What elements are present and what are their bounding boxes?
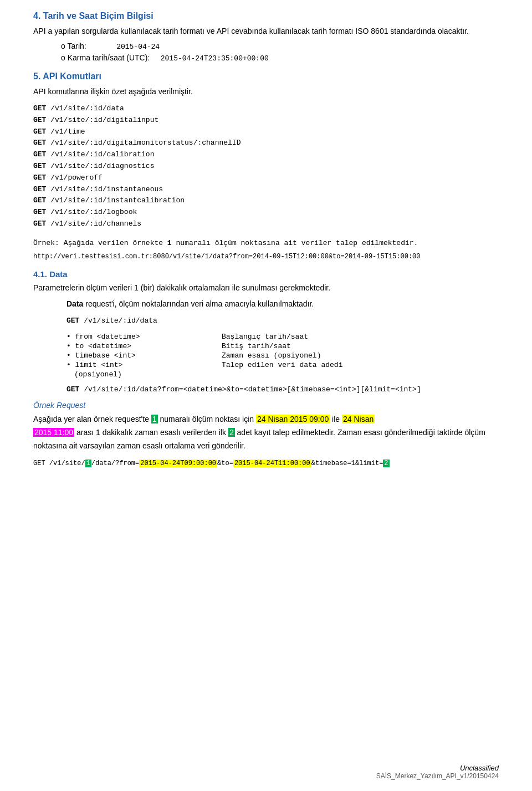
get-cmd-8: GET /v1/site/:id/instantaneous [33, 184, 499, 196]
ornek-request-text: Aşağıda yer alan örnek request'te 1 numa… [33, 413, 499, 452]
get-data-cmd: GET /v1/site/:id/data [66, 315, 499, 327]
example-label: Örnek: [33, 239, 59, 247]
section41-intro: Parametrelerin ölçüm verileri 1 (bir) da… [33, 282, 499, 294]
data-desc: Data request'i, ölçüm noktalarından veri… [66, 298, 499, 310]
section5-title: 5. API Komutları [33, 72, 499, 81]
example-section: Örnek: Aşağıda verilen örnekte 1 numaral… [33, 239, 499, 261]
param-row-limit: • limit <int> Talep edilen veri data ade… [66, 361, 499, 369]
example-text: Aşağıda verilen örnekte 1 numaralı ölçüm… [64, 239, 418, 247]
param-row-timebase: • timebase <int> Zaman esası (opsiyonel) [66, 351, 499, 360]
bottom-code-prefix: /v1/site/ [49, 460, 85, 467]
get-cmd-5: GET /v1/site/:id/calibration [33, 149, 499, 161]
get-cmd-11: GET /v1/site/:id/channels [33, 218, 499, 230]
bottom-code-to: 2015-04-24T11:00:00 [233, 460, 311, 467]
highlight-num2: 2 [228, 428, 235, 437]
bottom-code: GET /v1/site/1/data/?from=2015-04-24T09:… [33, 460, 499, 467]
ornek-request-section: Örnek Request Aşağıda yer alan örnek req… [33, 401, 499, 467]
bottom-code-to-label: &to= [217, 460, 233, 467]
karma-label: Karma tarih/saat (UTC): [68, 53, 150, 62]
param-row-opsiyonel: (opsiyonel) [66, 370, 499, 379]
get-commands-block: GET /v1/site/:id/data GET /v1/site/:id/d… [33, 103, 499, 230]
get-cmd-7: GET /v1/poweroff [33, 172, 499, 184]
get-keyword: GET [33, 460, 45, 467]
example-text-block: Örnek: Aşağıda verilen örnekte 1 numaral… [33, 239, 499, 247]
footer: Unclassified SAİS_Merkez_Yazılım_API_v1/… [376, 764, 499, 780]
highlight-date2: 24 Nisan [342, 415, 375, 423]
bottom-code-mid: /data/?from= [91, 460, 139, 467]
param-table: • from <datetime> Başlangıç tarih/saat •… [66, 333, 499, 379]
highlight-num1: 1 [151, 415, 158, 423]
highlight-date3: 2015 11:00 [33, 428, 74, 437]
section41: 4.1. Data Parametrelerin ölçüm verileri … [33, 269, 499, 467]
tarih-label: Tarih: [67, 42, 86, 50]
get-cmd-3: GET /v1/time [33, 126, 499, 138]
section41-title: 4.1. Data [33, 269, 499, 279]
karma-value: 2015-04-24T23:35:00+00:00 [161, 54, 269, 63]
get-cmd-9: GET /v1/site/:id/instantcalibration [33, 195, 499, 207]
section5-intro: API komutlarına ilişkin özet aşağıda ver… [33, 86, 499, 98]
param-row-from: • from <datetime> Başlangıç tarih/saat [66, 333, 499, 341]
param-row-to: • to <datetime> Bitiş tarih/saat [66, 342, 499, 350]
section4: 4. Tarih ve Saat Biçim Bilgisi API a yap… [33, 11, 499, 63]
get-cmd-10: GET /v1/site/:id/logbook [33, 207, 499, 218]
footer-doc: SAİS_Merkez_Yazılım_API_v1/20150424 [376, 772, 499, 780]
section4-title: 4. Tarih ve Saat Biçim Bilgisi [33, 11, 499, 21]
bottom-code-from: 2015-04-24T09:00:00 [139, 460, 217, 467]
get-cmd-4: GET /v1/site/:id/digitalmonitorstatus/:c… [33, 137, 499, 149]
bottom-code-limit: 2 [383, 460, 389, 467]
section5: 5. API Komutları API komutlarına ilişkin… [33, 72, 499, 230]
highlight-date1: 24 Nisan 2015 09:00 [256, 415, 330, 423]
bottom-code-num1: 1 [85, 460, 91, 467]
bottom-code-suffix: &timebase=1&limit= [311, 460, 383, 467]
get-data-url: GET /v1/site/:id/data?from=<datetime>&to… [66, 384, 499, 396]
tarih-value: 2015-04-24 [116, 43, 160, 51]
get-cmd-1: GET /v1/site/:id/data [33, 103, 499, 115]
karma-item: Karma tarih/saat (UTC): 2015-04-24T23:35… [61, 53, 499, 63]
section4-intro: API a yapılan sorgularda kullanılacak ta… [33, 25, 499, 37]
footer-unclassified: Unclassified [376, 764, 499, 772]
get-cmd-6: GET /v1/site/:id/diagnostics [33, 161, 499, 172]
example-url: http://veri.testtesisi.com.tr:8080/v1/si… [33, 253, 499, 261]
tarih-item: Tarih: 2015-04-24 [61, 42, 499, 51]
ornek-request-title: Örnek Request [33, 401, 499, 410]
get-cmd-2: GET /v1/site/:id/digitalinput [33, 115, 499, 126]
